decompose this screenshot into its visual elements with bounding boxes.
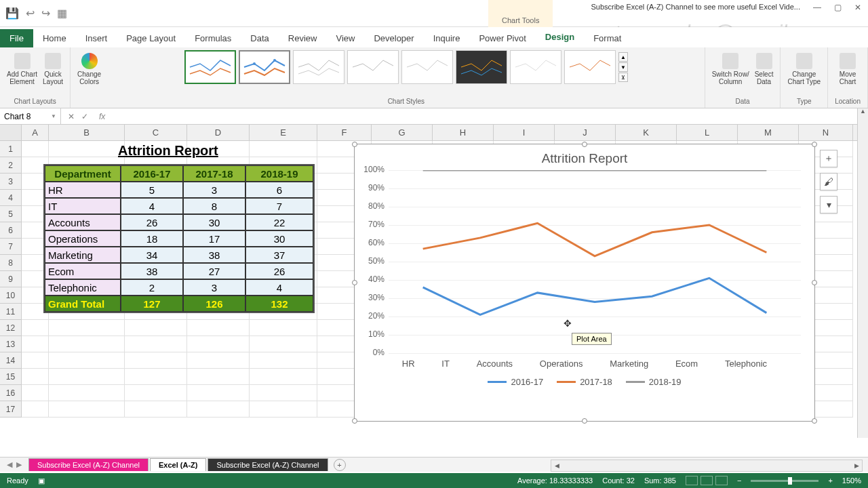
column-header-A[interactable]: A bbox=[22, 125, 49, 140]
tab-file[interactable]: File bbox=[0, 29, 33, 47]
row-header-9[interactable]: 9 bbox=[0, 271, 21, 287]
chart-handle-bc[interactable] bbox=[582, 418, 587, 424]
column-header-L[interactable]: L bbox=[677, 125, 738, 140]
chart-style-2[interactable] bbox=[239, 50, 290, 84]
legend-item[interactable]: 2018-19 bbox=[626, 377, 682, 387]
row-header-1[interactable]: 1 bbox=[0, 141, 21, 157]
row-header-16[interactable]: 16 bbox=[0, 385, 21, 401]
column-header-G[interactable]: G bbox=[372, 125, 433, 140]
save-icon[interactable]: 💾 bbox=[5, 7, 19, 20]
row-header-15[interactable]: 15 bbox=[0, 369, 21, 385]
row-header-12[interactable]: 12 bbox=[0, 320, 21, 336]
tab-view[interactable]: View bbox=[326, 29, 364, 47]
column-header-B[interactable]: B bbox=[49, 125, 125, 140]
zoom-slider[interactable] bbox=[751, 480, 818, 482]
sheet-tab-2[interactable]: Excel (A-Z) bbox=[150, 458, 206, 471]
row-header-10[interactable]: 10 bbox=[0, 287, 21, 304]
legend-item[interactable]: 2017-18 bbox=[557, 377, 612, 387]
sheet-tab-3[interactable]: Subscribe Excel (A-Z) Channel bbox=[208, 458, 328, 471]
change-colors-button[interactable]: Change Colors bbox=[77, 50, 101, 85]
chart-handle-tl[interactable] bbox=[352, 142, 357, 147]
chart-handle-bl[interactable] bbox=[352, 418, 357, 424]
row-header-11[interactable]: 11 bbox=[0, 304, 21, 320]
name-box-dropdown-icon[interactable]: ▼ bbox=[51, 113, 56, 119]
vertical-scrollbar[interactable]: ▲ bbox=[857, 106, 868, 438]
worksheet-grid[interactable]: ABCDEFGHIJKLMN 1234567891011121314151617… bbox=[0, 125, 868, 436]
tab-power-pivot[interactable]: Power Pivot bbox=[469, 29, 535, 47]
chart-elements-button[interactable]: ＋ bbox=[820, 150, 837, 167]
sheet-nav-next[interactable]: ▶ bbox=[16, 460, 22, 469]
select-all-corner[interactable] bbox=[0, 125, 22, 140]
column-header-I[interactable]: I bbox=[494, 125, 555, 140]
column-header-F[interactable]: F bbox=[317, 125, 372, 140]
tab-format[interactable]: Format bbox=[584, 29, 631, 47]
chart-handle-tc[interactable] bbox=[582, 142, 587, 147]
sheet-tab-1[interactable]: Subscribe Excel (A-Z) Channel bbox=[28, 458, 149, 471]
chart-handle-br[interactable] bbox=[812, 418, 817, 424]
undo-icon[interactable]: ↩ bbox=[26, 7, 35, 20]
minimize-button[interactable]: — bbox=[807, 0, 827, 15]
column-header-D[interactable]: D bbox=[187, 125, 250, 140]
chart-handle-ml[interactable] bbox=[352, 280, 357, 285]
sheet-nav-prev[interactable]: ◀ bbox=[7, 460, 12, 469]
column-header-M[interactable]: M bbox=[738, 125, 799, 140]
zoom-in-button[interactable]: + bbox=[828, 476, 832, 485]
chart-style-1[interactable] bbox=[184, 50, 236, 84]
tab-design[interactable]: Design bbox=[536, 28, 584, 47]
macro-record-icon[interactable]: ▣ bbox=[38, 476, 45, 485]
name-box[interactable]: Chart 8▼ bbox=[0, 108, 61, 124]
tab-review[interactable]: Review bbox=[279, 29, 327, 47]
tab-developer[interactable]: Developer bbox=[364, 29, 423, 47]
quick-layout-button[interactable]: Quick Layout bbox=[43, 50, 63, 85]
style-scroll-down[interactable]: ▼ bbox=[618, 62, 628, 72]
legend-item[interactable]: 2016-17 bbox=[488, 377, 543, 387]
column-header-K[interactable]: K bbox=[616, 125, 677, 140]
column-header-N[interactable]: N bbox=[799, 125, 853, 140]
chart-plot-area[interactable]: 100%90%80%70%60%50%40%30%20%10%0% ✥ Plot… bbox=[389, 170, 801, 353]
chart-style-8[interactable] bbox=[564, 50, 616, 84]
row-header-3[interactable]: 3 bbox=[0, 174, 21, 190]
new-icon[interactable]: ▦ bbox=[57, 7, 67, 20]
tab-inquire[interactable]: Inquire bbox=[424, 29, 470, 47]
scroll-right-button[interactable]: ▶ bbox=[851, 460, 862, 471]
tab-formulas[interactable]: Formulas bbox=[185, 29, 241, 47]
style-more[interactable]: ⊻ bbox=[618, 73, 628, 82]
row-header-7[interactable]: 7 bbox=[0, 239, 21, 255]
chart-handle-mr[interactable] bbox=[812, 280, 817, 285]
row-header-17[interactable]: 17 bbox=[0, 401, 21, 418]
change-chart-type-button[interactable]: Change Chart Type bbox=[787, 50, 821, 85]
add-chart-element-button[interactable]: Add Chart Element bbox=[7, 50, 37, 85]
switch-row-column-button[interactable]: Switch Row/ Column bbox=[712, 50, 749, 85]
chart-filters-button[interactable]: ▾ bbox=[820, 196, 837, 214]
tab-page-layout[interactable]: Page Layout bbox=[117, 29, 185, 47]
chart-style-4[interactable] bbox=[347, 50, 399, 84]
view-normal-button[interactable] bbox=[686, 476, 698, 485]
view-page-break-button[interactable] bbox=[715, 476, 728, 485]
row-header-13[interactable]: 13 bbox=[0, 336, 21, 352]
column-header-C[interactable]: C bbox=[125, 125, 187, 140]
column-header-E[interactable]: E bbox=[250, 125, 317, 140]
maximize-button[interactable]: ▢ bbox=[827, 0, 848, 15]
chart-styles-button[interactable]: 🖌 bbox=[820, 173, 837, 190]
confirm-formula-icon[interactable]: ✓ bbox=[81, 112, 88, 121]
horizontal-scrollbar[interactable]: ◀ ▶ bbox=[551, 460, 863, 472]
row-header-2[interactable]: 2 bbox=[0, 157, 21, 174]
redo-icon[interactable]: ↪ bbox=[41, 7, 50, 20]
column-header-J[interactable]: J bbox=[555, 125, 616, 140]
zoom-level[interactable]: 150% bbox=[842, 476, 861, 485]
scroll-left-button[interactable]: ◀ bbox=[551, 460, 562, 471]
tab-insert[interactable]: Insert bbox=[76, 29, 117, 47]
fx-icon[interactable]: fx bbox=[95, 112, 105, 121]
chart-style-6[interactable] bbox=[456, 50, 507, 84]
cells-area[interactable]: Attrition Report Department2016-172017-1… bbox=[22, 141, 856, 418]
row-header-4[interactable]: 4 bbox=[0, 190, 21, 206]
style-scroll-up[interactable]: ▲ bbox=[618, 52, 628, 62]
move-chart-button[interactable]: Move Chart bbox=[840, 50, 856, 85]
close-button[interactable]: ✕ bbox=[848, 0, 868, 15]
embedded-chart[interactable]: ＋ 🖌 ▾ Attrition Report 100%90%80%70%60%5… bbox=[354, 144, 815, 422]
chart-legend[interactable]: 2016-172017-182018-19 bbox=[355, 371, 814, 387]
chart-style-5[interactable] bbox=[401, 50, 453, 84]
tab-home[interactable]: Home bbox=[33, 29, 76, 47]
cancel-formula-icon[interactable]: ✕ bbox=[68, 112, 75, 121]
row-header-14[interactable]: 14 bbox=[0, 352, 21, 369]
